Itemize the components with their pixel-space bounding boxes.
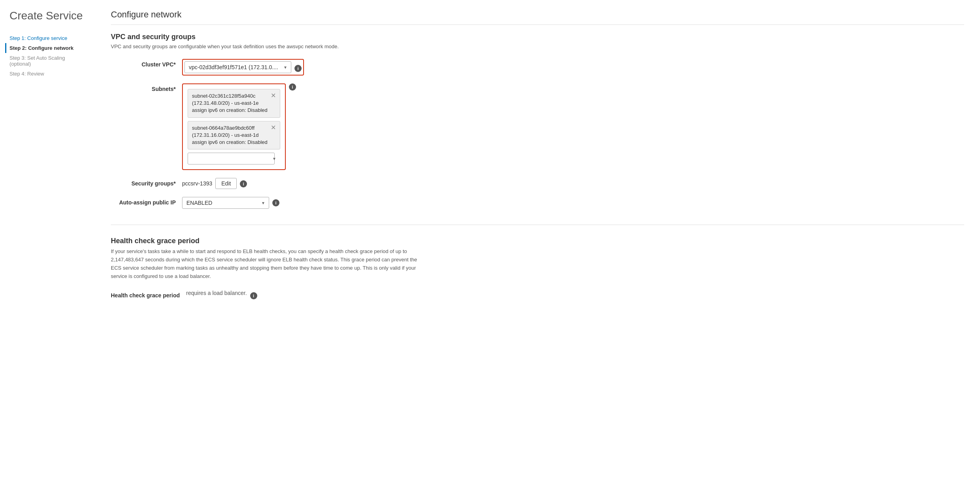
sidebar-nav: Step 1: Configure service Step 2: Config…: [9, 33, 85, 79]
health-check-title: Health check grace period: [111, 237, 964, 245]
subnets-row: Subnets* subnet-02c361c128f5a940c (172.3…: [111, 83, 964, 170]
subnet-2-line3: assign ipv6 on creation: Disabled: [192, 139, 268, 146]
auto-assign-ip-info-icon[interactable]: i: [272, 199, 279, 206]
subnet-2-line2: (172.31.16.0/20) - us-east-1d: [192, 132, 268, 139]
security-group-inner: pccsrv-1393 Edit: [182, 178, 237, 189]
security-groups-info-icon[interactable]: i: [240, 180, 247, 187]
cluster-vpc-info-icon[interactable]: i: [294, 65, 302, 72]
sidebar-item-step3[interactable]: Step 3: Set Auto Scaling (optional): [9, 53, 85, 69]
health-check-info-icon[interactable]: i: [250, 292, 257, 299]
security-groups-label: Security groups*: [111, 178, 182, 187]
subnet-1-line2: (172.31.48.0/20) - us-east-1e: [192, 100, 268, 107]
health-check-note: requires a load balancer.: [186, 290, 247, 296]
auto-assign-ip-select[interactable]: ENABLED: [182, 197, 269, 209]
section-title: Configure network: [111, 9, 964, 25]
health-check-row: Health check grace period requires a loa…: [111, 290, 964, 299]
auto-assign-ip-row: Auto-assign public IP ENABLED ▼ i: [111, 197, 964, 209]
health-check-controls: requires a load balancer. i: [186, 290, 257, 299]
sidebar-item-step2[interactable]: Step 2: Configure network: [5, 43, 85, 53]
security-group-value: pccsrv-1393: [182, 180, 212, 187]
subnet-1-line1: subnet-02c361c128f5a940c: [192, 93, 268, 100]
subnet-add-dropdown-wrapper: ▼: [188, 153, 280, 164]
subnet-tag-2: subnet-0664a78ae9bdc60ff (172.31.16.0/20…: [188, 121, 280, 150]
cluster-vpc-row: Cluster VPC* vpc-02d3df3ef91f571e1 (172.…: [111, 59, 964, 76]
sidebar-item-step1[interactable]: Step 1: Configure service: [9, 33, 85, 43]
subnet-2-remove-button[interactable]: ✕: [268, 125, 276, 131]
auto-assign-ip-select-wrapper: ENABLED ▼: [182, 197, 269, 209]
subnet-1-line3: assign ipv6 on creation: Disabled: [192, 107, 268, 114]
subnet-tag-2-text: subnet-0664a78ae9bdc60ff (172.31.16.0/20…: [192, 125, 268, 146]
section-divider: [111, 225, 964, 225]
sidebar-item-step4[interactable]: Step 4: Review: [9, 69, 85, 79]
subnet-tag-1-text: subnet-02c361c128f5a940c (172.31.48.0/20…: [192, 93, 268, 114]
security-groups-controls: pccsrv-1393 Edit i: [182, 178, 247, 189]
cluster-vpc-controls: vpc-02d3df3ef91f571e1 (172.31.0.... ▼ i: [182, 59, 304, 76]
security-group-edit-button[interactable]: Edit: [215, 178, 237, 189]
auto-assign-ip-label: Auto-assign public IP: [111, 197, 182, 206]
subnet-1-remove-button[interactable]: ✕: [268, 93, 276, 99]
vpc-subsection-desc: VPC and security groups are configurable…: [111, 43, 964, 49]
vpc-select-wrapper: vpc-02d3df3ef91f571e1 (172.31.0.... ▼: [184, 61, 291, 73]
cluster-vpc-select[interactable]: vpc-02d3df3ef91f571e1 (172.31.0....: [184, 61, 291, 73]
subnets-inner: subnet-02c361c128f5a940c (172.31.48.0/20…: [188, 89, 280, 164]
vpc-section: VPC and security groups VPC and security…: [111, 33, 964, 209]
subnets-info-icon[interactable]: i: [289, 83, 296, 91]
auto-assign-ip-controls: ENABLED ▼ i: [182, 197, 279, 209]
vpc-subsection-title: VPC and security groups: [111, 33, 964, 41]
vpc-select-container: vpc-02d3df3ef91f571e1 (172.31.0.... ▼ i: [182, 59, 304, 76]
main-content: Configure network VPC and security group…: [95, 9, 980, 490]
cluster-vpc-label: Cluster VPC*: [111, 59, 182, 68]
subnets-label: Subnets*: [111, 83, 182, 92]
sidebar: Create Service Step 1: Configure service…: [0, 9, 95, 490]
subnets-controls: subnet-02c361c128f5a940c (172.31.48.0/20…: [182, 83, 296, 170]
subnets-container: subnet-02c361c128f5a940c (172.31.48.0/20…: [182, 83, 286, 170]
health-check-desc: If your service's tasks take a while to …: [111, 248, 420, 280]
health-check-section: Health check grace period If your servic…: [111, 237, 964, 299]
subnet-add-select[interactable]: [188, 153, 275, 164]
subnet-2-line1: subnet-0664a78ae9bdc60ff: [192, 125, 268, 132]
health-check-field-label: Health check grace period: [111, 290, 186, 299]
page-title: Create Service: [9, 9, 85, 22]
security-groups-row: Security groups* pccsrv-1393 Edit i: [111, 178, 964, 189]
subnet-tag-1: subnet-02c361c128f5a940c (172.31.48.0/20…: [188, 89, 280, 118]
health-check-inner: requires a load balancer.: [186, 290, 247, 296]
